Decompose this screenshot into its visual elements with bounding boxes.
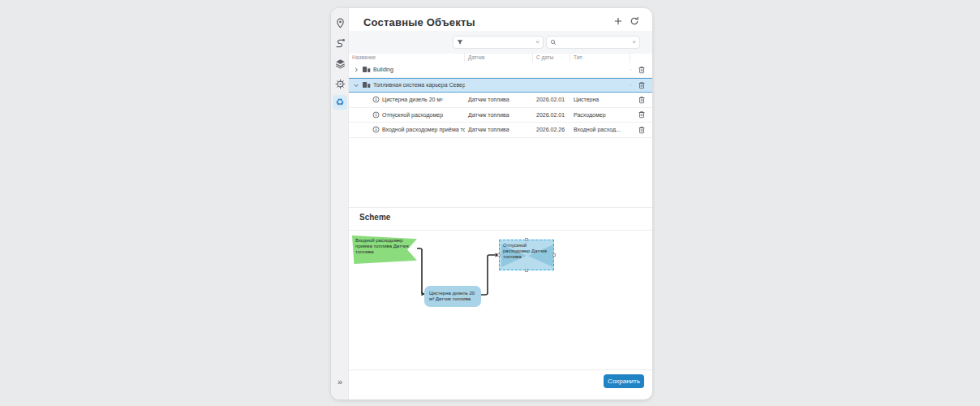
filter-band: × × (349, 31, 652, 54)
composite-object-icon (362, 80, 371, 89)
wheel-icon (335, 79, 346, 89)
search-icon (550, 39, 557, 45)
trash-icon[interactable] (638, 81, 646, 89)
recycle-icon: ♻ (336, 97, 345, 107)
scheme-node-outlet-flowmeter[interactable]: Отпускной расходомер Датчик топлива (499, 240, 554, 270)
info-icon[interactable] (372, 126, 380, 133)
add-object-button[interactable] (612, 15, 625, 28)
resize-handle[interactable] (552, 253, 556, 257)
sensor-cell: Датчик топлива (465, 127, 533, 132)
search-input-wrap: × (546, 36, 640, 49)
scheme-canvas: Входной расходомер приёма топлива Датчик… (352, 234, 649, 323)
name-cell: Цистерна дизель 20 м³ (349, 96, 465, 103)
scheme-node-tank[interactable]: Цистерна дизель 20 м³ Датчик топлива (424, 286, 481, 307)
filter-icon (457, 39, 463, 45)
actions-cell (630, 81, 652, 89)
row-name: Отпускной расходомер (382, 112, 443, 118)
clear-icon[interactable]: × (632, 39, 636, 45)
main-content: Составные Объекты × × Название Датчик С … (349, 8, 652, 400)
info-icon[interactable] (372, 96, 380, 103)
layers-icon (335, 58, 346, 69)
row-name: Топливная система карьера Северн... (373, 82, 465, 88)
resize-handle[interactable] (525, 238, 528, 241)
location-icon (335, 18, 346, 28)
actions-cell (630, 96, 652, 104)
type-cell: Входной расход... (570, 127, 630, 132)
table-row[interactable]: Отпускной расходомер Датчик топлива 2026… (349, 108, 652, 123)
plus-icon (613, 16, 623, 26)
sidebar-item-layers[interactable] (333, 57, 346, 70)
trash-icon[interactable] (638, 110, 646, 119)
app-window: ♻ » Составные Объекты × × Н (331, 8, 652, 400)
add-child-button[interactable] (630, 66, 632, 74)
info-icon[interactable] (372, 111, 380, 119)
node-label: Цистерна дизель 20 м³ Датчик топлива (429, 291, 476, 302)
footer-divider (349, 369, 652, 370)
name-cell: Топливная система карьера Северн... (349, 80, 465, 89)
name-cell: Building (349, 65, 465, 74)
table-row[interactable]: Building (349, 63, 652, 78)
table-body: Building Топливная система карьера Север… (349, 63, 652, 138)
sensor-cell: Датчик топлива (465, 97, 533, 102)
scheme-title: Scheme (359, 213, 390, 222)
clear-icon[interactable]: × (535, 39, 539, 45)
sidebar-item-wheel[interactable] (333, 77, 346, 90)
filter-input[interactable] (466, 40, 533, 45)
scheme-title-divider (349, 230, 652, 231)
add-child-button[interactable] (630, 81, 632, 89)
table-row[interactable]: Цистерна дизель 20 м³ Датчик топлива 202… (349, 93, 652, 108)
type-cell: Расходомер (570, 112, 630, 118)
resize-handle[interactable] (525, 269, 528, 272)
sidebar-item-location[interactable] (333, 16, 346, 29)
column-header-type[interactable]: Тип (570, 53, 630, 63)
chevron-down-icon[interactable] (352, 81, 359, 89)
column-header-actions (630, 53, 652, 63)
composite-object-icon (362, 65, 371, 74)
row-name: Цистерна дизель 20 м³ (382, 97, 443, 102)
column-header-date[interactable]: С даты (533, 53, 570, 63)
sidebar-item-route[interactable] (333, 37, 346, 50)
sidebar-item-composite-objects[interactable]: ♻ (333, 95, 347, 110)
search-input[interactable] (559, 40, 630, 45)
save-button[interactable]: Сохранить (604, 374, 644, 388)
scheme-top-divider (349, 207, 652, 208)
refresh-icon (630, 16, 639, 26)
row-name: Building (373, 67, 393, 72)
table-header: Название Датчик С даты Тип (349, 53, 652, 63)
trash-icon[interactable] (638, 66, 646, 74)
sensor-cell: Датчик топлива (465, 112, 533, 118)
node-label: Входной расходомер приёма топлива Датчик… (355, 238, 409, 254)
chevron-right-icon[interactable] (352, 66, 359, 73)
type-cell: Цистерна (570, 97, 630, 102)
table-row[interactable]: Входной расходомер приёма топл... Датчик… (349, 123, 652, 138)
column-header-name[interactable]: Название (349, 53, 465, 63)
sidebar: ♻ » (331, 8, 349, 400)
column-header-sensor[interactable]: Датчик (465, 53, 533, 63)
date-cell: 2026.02.01 (533, 112, 570, 118)
scheme-node-inlet-flowmeter[interactable]: Входной расходомер приёма топлива Датчик… (352, 235, 417, 264)
sidebar-collapse-button[interactable]: » (333, 375, 346, 388)
trash-icon[interactable] (638, 126, 646, 134)
page-title: Составные Объекты (363, 16, 475, 28)
actions-cell (630, 110, 652, 119)
row-name: Входной расходомер приёма топл... (382, 127, 465, 132)
refresh-button[interactable] (628, 15, 641, 28)
name-cell: Входной расходомер приёма топл... (349, 126, 465, 133)
table-row[interactable]: Топливная система карьера Северн... (349, 78, 652, 93)
date-cell: 2026.02.26 (533, 127, 570, 132)
trash-icon[interactable] (638, 96, 646, 104)
filter-input-wrap: × (453, 36, 544, 49)
date-cell: 2026.02.01 (533, 97, 570, 102)
actions-cell (630, 66, 652, 74)
collapse-icon: » (337, 377, 342, 387)
route-icon (335, 38, 346, 49)
actions-cell (630, 126, 652, 134)
name-cell: Отпускной расходомер (349, 111, 465, 119)
resize-handle[interactable] (497, 253, 501, 257)
